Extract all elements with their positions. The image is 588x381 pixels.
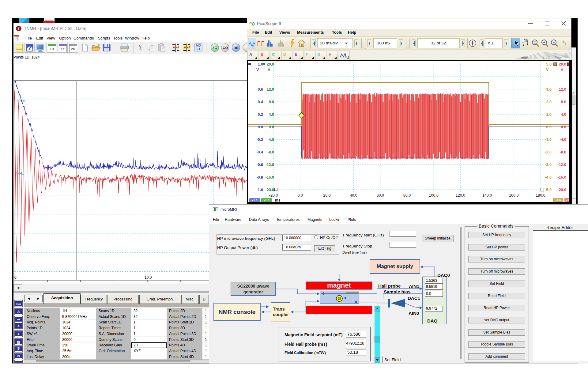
svg-text:-4.0: -4.0: [545, 175, 552, 179]
svg-text:40.0: 40.0: [350, 193, 357, 198]
svg-text:180.0: 180.0: [536, 193, 545, 198]
svg-text:-4.0: -4.0: [267, 138, 274, 142]
svg-text:0.4: 0.4: [258, 100, 263, 104]
svg-text:80.0: 80.0: [403, 193, 411, 198]
svg-text:V: V: [268, 68, 270, 72]
svg-text:140.0: 140.0: [482, 193, 492, 198]
svg-text:20.0: 20.0: [323, 193, 330, 198]
svg-text:+: +: [543, 40, 545, 44]
svg-text:-1.0: -1.0: [256, 188, 263, 192]
svg-text:0 kHz: 0 kHz: [15, 172, 24, 175]
svg-text:8.0: 8.0: [561, 100, 566, 104]
svg-text:x1.0: x1.0: [555, 198, 561, 202]
svg-text:V: V: [546, 68, 549, 72]
svg-text:3.0: 3.0: [546, 87, 552, 92]
svg-text:V: V: [561, 68, 564, 72]
svg-text:-20.0: -20.0: [269, 193, 278, 198]
svg-text:-0.2: -0.2: [256, 138, 263, 142]
svg-text:0.2: 0.2: [258, 112, 263, 117]
svg-text:-3.0: -3.0: [545, 163, 552, 167]
svg-text:-20.0: -20.0: [558, 188, 567, 192]
svg-text:20.0: 20.0: [559, 62, 566, 66]
svg-text:0.0: 0.0: [258, 125, 263, 129]
svg-text:-0.6: -0.6: [256, 163, 263, 167]
svg-text:20.0: 20.0: [267, 62, 274, 66]
svg-text:x1.0: x1.0: [252, 198, 258, 202]
svg-text:−: −: [553, 40, 555, 44]
svg-text:160.0: 160.0: [509, 193, 518, 198]
svg-text:2.0: 2.0: [546, 100, 552, 104]
svg-text:0.0: 0.0: [298, 193, 303, 198]
svg-text:0: 0: [14, 275, 17, 280]
svg-text:-12.0: -12.0: [266, 163, 274, 167]
svg-text:8.0: 8.0: [269, 100, 274, 104]
svg-text:100.0: 100.0: [429, 193, 439, 198]
svg-text:12.0: 12.0: [559, 87, 566, 92]
svg-text:4.0: 4.0: [269, 112, 274, 117]
svg-text:-8.0: -8.0: [560, 150, 566, 154]
svg-text:-16.0: -16.0: [266, 175, 274, 179]
svg-text:1.0: 1.0: [546, 112, 552, 117]
svg-text:x1.0: x1.0: [264, 198, 270, 202]
svg-text:-4.0: -4.0: [560, 138, 566, 142]
svg-text:4.0: 4.0: [561, 112, 566, 117]
svg-text:-12.0: -12.0: [558, 163, 567, 167]
svg-text:0.0: 0.0: [561, 125, 566, 129]
svg-text:Technology: Technology: [542, 55, 562, 60]
svg-text:0.0: 0.0: [546, 125, 552, 129]
svg-text:-0.8: -0.8: [256, 175, 263, 179]
svg-text:-1.0: -1.0: [545, 138, 552, 142]
svg-text:0.6: 0.6: [258, 87, 263, 92]
svg-text:5.0: 5.0: [546, 188, 552, 192]
svg-text:12.0: 12.0: [267, 87, 274, 92]
svg-text:5.0: 5.0: [546, 62, 552, 66]
svg-text:-2.0: -2.0: [545, 150, 552, 154]
svg-text:V: V: [256, 68, 259, 72]
svg-text:-0.4: -0.4: [256, 150, 263, 154]
svg-text:1.0: 1.0: [258, 62, 263, 66]
svg-text:-20.0: -20.0: [266, 188, 274, 192]
svg-text:-16.0: -16.0: [558, 175, 567, 179]
svg-text:120.0: 120.0: [456, 193, 465, 198]
svg-text:-8.0: -8.0: [267, 150, 274, 154]
svg-text:ms: ms: [275, 198, 281, 202]
svg-text:x1: x1: [566, 198, 569, 202]
svg-text:60.0: 60.0: [377, 193, 384, 198]
svg-text:□: □: [534, 40, 536, 44]
svg-text:10.0: 10.0: [145, 275, 152, 280]
svg-text:10 kHz: 10 kHz: [15, 99, 25, 103]
svg-text:0.0: 0.0: [269, 125, 274, 129]
